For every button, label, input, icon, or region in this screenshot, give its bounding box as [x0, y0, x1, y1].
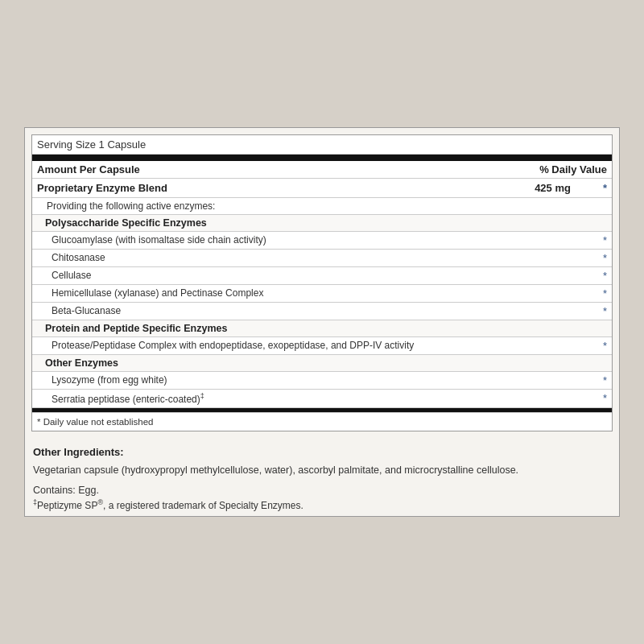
daily-value-label: % Daily Value	[539, 163, 607, 175]
protein-peptide-header: Protein and Peptide Specific Enzymes	[32, 320, 612, 337]
enzyme-glucoamylase-label: Glucoamylase (with isomaltase side chain…	[52, 234, 266, 246]
enzyme-hemicellulase-star: *	[603, 287, 607, 299]
polysaccharide-header: Polysaccharide Specific Enzymes	[32, 215, 612, 232]
enzyme-chitosanase-label: Chitosanase	[52, 252, 105, 264]
enzyme-protease-label: Protease/Peptidase Complex with endopept…	[52, 340, 414, 352]
enzyme-serratia-label: Serratia peptidase (enteric-coated)‡	[52, 392, 204, 405]
enzyme-cellulase: Cellulase *	[32, 267, 612, 285]
proprietary-blend-label: Proprietary Enzyme Blend	[37, 182, 167, 194]
protein-peptide-label: Protein and Peptide Specific Enzymes	[45, 323, 227, 334]
contains-text: Contains: Egg.	[33, 485, 611, 496]
enzyme-cellulase-label: Cellulase	[52, 270, 91, 282]
enzyme-glucoamylase-star: *	[603, 234, 607, 246]
other-ingredients-text: Vegetarian capsule (hydroxypropyl methyl…	[33, 463, 611, 478]
footnote-text: * Daily value not established	[37, 417, 153, 427]
amount-header-row: Amount Per Capsule % Daily Value	[32, 161, 612, 179]
enzyme-lysozyme-label: Lysozyme (from egg white)	[52, 374, 167, 386]
enzyme-beta-glucanase: Beta-Glucanase *	[32, 303, 612, 320]
enzyme-cellulase-star: *	[603, 270, 607, 282]
other-enzymes-header: Other Enzymes	[32, 355, 612, 372]
enzyme-protease-star: *	[603, 340, 607, 352]
other-ingredients-section: Other Ingredients: Vegetarian capsule (h…	[25, 438, 619, 516]
providing-text: Providing the following active enzymes:	[47, 200, 215, 212]
enzyme-beta-glucanase-star: *	[603, 305, 607, 317]
other-enzymes-label: Other Enzymes	[45, 357, 118, 369]
proprietary-blend-row: Proprietary Enzyme Blend 425 mg *	[32, 179, 612, 198]
serving-size-text: Serving Size 1 Capsule	[37, 138, 146, 151]
serving-size-row: Serving Size 1 Capsule	[32, 135, 612, 155]
enzyme-lysozyme: Lysozyme (from egg white) *	[32, 372, 612, 390]
footnote-row: * Daily value not established	[32, 412, 612, 431]
trademark-text: ‡Peptizyme SP®, a registered trademark o…	[33, 498, 611, 511]
enzyme-lysozyme-star: *	[603, 374, 607, 386]
polysaccharide-label: Polysaccharide Specific Enzymes	[45, 217, 207, 229]
proprietary-blend-star: *	[603, 182, 607, 194]
other-ingredients-title: Other Ingredients:	[33, 446, 611, 458]
nutrition-table: Serving Size 1 Capsule Amount Per Capsul…	[31, 134, 613, 431]
enzyme-serratia: Serratia peptidase (enteric-coated)‡ *	[32, 390, 612, 408]
trademark-body: Peptizyme SP®, a registered trademark of…	[37, 500, 303, 511]
providing-row: Providing the following active enzymes:	[32, 198, 612, 215]
proprietary-blend-amount: 425 mg	[535, 182, 571, 194]
supplement-facts-panel: Serving Size 1 Capsule Amount Per Capsul…	[24, 127, 620, 517]
enzyme-chitosanase-star: *	[603, 252, 607, 264]
enzyme-protease: Protease/Peptidase Complex with endopept…	[32, 337, 612, 355]
enzyme-serratia-star: *	[603, 392, 607, 405]
amount-per-capsule-label: Amount Per Capsule	[37, 163, 140, 175]
enzyme-glucoamylase: Glucoamylase (with isomaltase side chain…	[32, 232, 612, 250]
enzyme-hemicellulase: Hemicellulase (xylanase) and Pectinase C…	[32, 285, 612, 303]
thick-divider-top	[32, 155, 612, 161]
enzyme-beta-glucanase-label: Beta-Glucanase	[52, 305, 121, 317]
enzyme-hemicellulase-label: Hemicellulase (xylanase) and Pectinase C…	[52, 287, 263, 299]
enzyme-chitosanase: Chitosanase *	[32, 250, 612, 267]
